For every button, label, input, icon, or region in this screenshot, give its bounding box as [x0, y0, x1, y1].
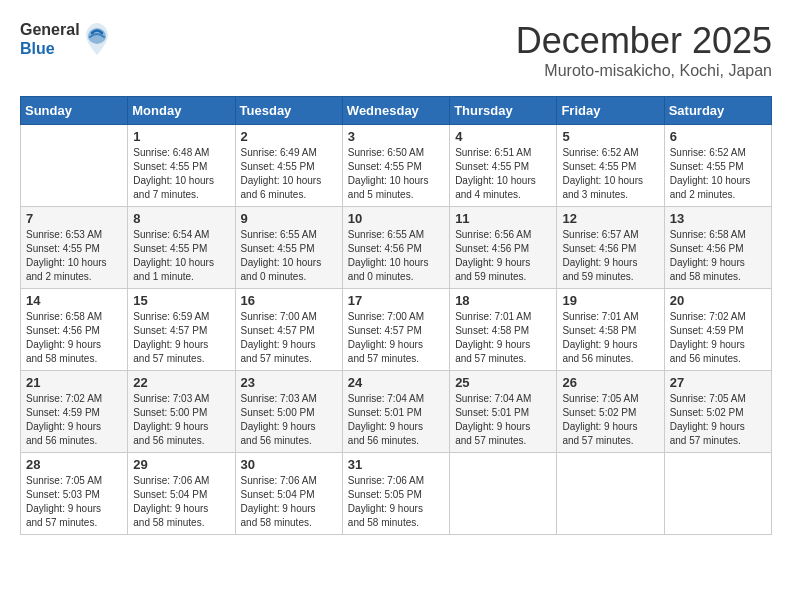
day-number: 29 — [133, 457, 229, 472]
day-info: Sunrise: 7:01 AM Sunset: 4:58 PM Dayligh… — [562, 310, 658, 366]
calendar-cell: 18Sunrise: 7:01 AM Sunset: 4:58 PM Dayli… — [450, 289, 557, 371]
day-number: 26 — [562, 375, 658, 390]
day-info: Sunrise: 6:52 AM Sunset: 4:55 PM Dayligh… — [562, 146, 658, 202]
calendar-week-row: 7Sunrise: 6:53 AM Sunset: 4:55 PM Daylig… — [21, 207, 772, 289]
day-number: 9 — [241, 211, 337, 226]
day-info: Sunrise: 7:06 AM Sunset: 5:05 PM Dayligh… — [348, 474, 444, 530]
day-number: 17 — [348, 293, 444, 308]
day-info: Sunrise: 7:03 AM Sunset: 5:00 PM Dayligh… — [241, 392, 337, 448]
day-number: 25 — [455, 375, 551, 390]
calendar-cell: 31Sunrise: 7:06 AM Sunset: 5:05 PM Dayli… — [342, 453, 449, 535]
day-info: Sunrise: 7:04 AM Sunset: 5:01 PM Dayligh… — [348, 392, 444, 448]
calendar-cell: 25Sunrise: 7:04 AM Sunset: 5:01 PM Dayli… — [450, 371, 557, 453]
day-number: 14 — [26, 293, 122, 308]
calendar-cell: 21Sunrise: 7:02 AM Sunset: 4:59 PM Dayli… — [21, 371, 128, 453]
weekday-header-sunday: Sunday — [21, 97, 128, 125]
day-number: 30 — [241, 457, 337, 472]
calendar-cell: 23Sunrise: 7:03 AM Sunset: 5:00 PM Dayli… — [235, 371, 342, 453]
calendar-cell: 7Sunrise: 6:53 AM Sunset: 4:55 PM Daylig… — [21, 207, 128, 289]
weekday-header-thursday: Thursday — [450, 97, 557, 125]
day-number: 18 — [455, 293, 551, 308]
calendar-cell: 20Sunrise: 7:02 AM Sunset: 4:59 PM Dayli… — [664, 289, 771, 371]
day-info: Sunrise: 7:06 AM Sunset: 5:04 PM Dayligh… — [241, 474, 337, 530]
calendar-cell: 29Sunrise: 7:06 AM Sunset: 5:04 PM Dayli… — [128, 453, 235, 535]
calendar-week-row: 21Sunrise: 7:02 AM Sunset: 4:59 PM Dayli… — [21, 371, 772, 453]
weekday-header-tuesday: Tuesday — [235, 97, 342, 125]
weekday-header-friday: Friday — [557, 97, 664, 125]
day-number: 19 — [562, 293, 658, 308]
day-number: 3 — [348, 129, 444, 144]
day-number: 23 — [241, 375, 337, 390]
day-info: Sunrise: 6:58 AM Sunset: 4:56 PM Dayligh… — [670, 228, 766, 284]
day-number: 12 — [562, 211, 658, 226]
day-info: Sunrise: 7:06 AM Sunset: 5:04 PM Dayligh… — [133, 474, 229, 530]
day-number: 11 — [455, 211, 551, 226]
calendar-cell — [21, 125, 128, 207]
day-info: Sunrise: 7:04 AM Sunset: 5:01 PM Dayligh… — [455, 392, 551, 448]
calendar-cell: 16Sunrise: 7:00 AM Sunset: 4:57 PM Dayli… — [235, 289, 342, 371]
day-number: 7 — [26, 211, 122, 226]
day-info: Sunrise: 6:57 AM Sunset: 4:56 PM Dayligh… — [562, 228, 658, 284]
day-number: 8 — [133, 211, 229, 226]
logo-container: General Blue — [20, 20, 112, 58]
calendar-cell: 11Sunrise: 6:56 AM Sunset: 4:56 PM Dayli… — [450, 207, 557, 289]
day-info: Sunrise: 7:03 AM Sunset: 5:00 PM Dayligh… — [133, 392, 229, 448]
weekday-header-monday: Monday — [128, 97, 235, 125]
calendar-cell: 9Sunrise: 6:55 AM Sunset: 4:55 PM Daylig… — [235, 207, 342, 289]
calendar-table: SundayMondayTuesdayWednesdayThursdayFrid… — [20, 96, 772, 535]
day-number: 15 — [133, 293, 229, 308]
logo-wave-icon — [82, 21, 112, 57]
calendar-cell: 30Sunrise: 7:06 AM Sunset: 5:04 PM Dayli… — [235, 453, 342, 535]
calendar-cell: 14Sunrise: 6:58 AM Sunset: 4:56 PM Dayli… — [21, 289, 128, 371]
logo: General Blue — [20, 20, 112, 58]
day-info: Sunrise: 6:55 AM Sunset: 4:55 PM Dayligh… — [241, 228, 337, 284]
day-number: 16 — [241, 293, 337, 308]
day-number: 6 — [670, 129, 766, 144]
day-info: Sunrise: 6:48 AM Sunset: 4:55 PM Dayligh… — [133, 146, 229, 202]
calendar-cell — [557, 453, 664, 535]
day-info: Sunrise: 7:02 AM Sunset: 4:59 PM Dayligh… — [670, 310, 766, 366]
day-number: 10 — [348, 211, 444, 226]
calendar-cell: 28Sunrise: 7:05 AM Sunset: 5:03 PM Dayli… — [21, 453, 128, 535]
calendar-week-row: 28Sunrise: 7:05 AM Sunset: 5:03 PM Dayli… — [21, 453, 772, 535]
day-number: 27 — [670, 375, 766, 390]
calendar-cell: 8Sunrise: 6:54 AM Sunset: 4:55 PM Daylig… — [128, 207, 235, 289]
day-number: 2 — [241, 129, 337, 144]
day-info: Sunrise: 6:51 AM Sunset: 4:55 PM Dayligh… — [455, 146, 551, 202]
calendar-cell: 2Sunrise: 6:49 AM Sunset: 4:55 PM Daylig… — [235, 125, 342, 207]
day-info: Sunrise: 6:52 AM Sunset: 4:55 PM Dayligh… — [670, 146, 766, 202]
calendar-cell: 3Sunrise: 6:50 AM Sunset: 4:55 PM Daylig… — [342, 125, 449, 207]
day-info: Sunrise: 7:05 AM Sunset: 5:02 PM Dayligh… — [562, 392, 658, 448]
calendar-cell: 6Sunrise: 6:52 AM Sunset: 4:55 PM Daylig… — [664, 125, 771, 207]
weekday-header-saturday: Saturday — [664, 97, 771, 125]
day-info: Sunrise: 6:50 AM Sunset: 4:55 PM Dayligh… — [348, 146, 444, 202]
day-number: 24 — [348, 375, 444, 390]
day-info: Sunrise: 7:02 AM Sunset: 4:59 PM Dayligh… — [26, 392, 122, 448]
calendar-cell — [450, 453, 557, 535]
day-info: Sunrise: 6:56 AM Sunset: 4:56 PM Dayligh… — [455, 228, 551, 284]
day-info: Sunrise: 6:55 AM Sunset: 4:56 PM Dayligh… — [348, 228, 444, 284]
day-info: Sunrise: 6:53 AM Sunset: 4:55 PM Dayligh… — [26, 228, 122, 284]
day-number: 21 — [26, 375, 122, 390]
day-info: Sunrise: 7:01 AM Sunset: 4:58 PM Dayligh… — [455, 310, 551, 366]
day-number: 31 — [348, 457, 444, 472]
calendar-body: 1Sunrise: 6:48 AM Sunset: 4:55 PM Daylig… — [21, 125, 772, 535]
day-number: 20 — [670, 293, 766, 308]
day-info: Sunrise: 6:49 AM Sunset: 4:55 PM Dayligh… — [241, 146, 337, 202]
day-number: 5 — [562, 129, 658, 144]
location-subtitle: Muroto-misakicho, Kochi, Japan — [516, 62, 772, 80]
calendar-cell: 10Sunrise: 6:55 AM Sunset: 4:56 PM Dayli… — [342, 207, 449, 289]
calendar-cell: 22Sunrise: 7:03 AM Sunset: 5:00 PM Dayli… — [128, 371, 235, 453]
day-info: Sunrise: 6:59 AM Sunset: 4:57 PM Dayligh… — [133, 310, 229, 366]
calendar-cell: 19Sunrise: 7:01 AM Sunset: 4:58 PM Dayli… — [557, 289, 664, 371]
day-number: 4 — [455, 129, 551, 144]
day-info: Sunrise: 7:05 AM Sunset: 5:02 PM Dayligh… — [670, 392, 766, 448]
calendar-cell: 17Sunrise: 7:00 AM Sunset: 4:57 PM Dayli… — [342, 289, 449, 371]
day-number: 13 — [670, 211, 766, 226]
weekday-header-wednesday: Wednesday — [342, 97, 449, 125]
calendar-cell: 1Sunrise: 6:48 AM Sunset: 4:55 PM Daylig… — [128, 125, 235, 207]
page-header: General Blue December 2025 Muroto-misaki… — [20, 20, 772, 80]
day-number: 28 — [26, 457, 122, 472]
calendar-cell: 4Sunrise: 6:51 AM Sunset: 4:55 PM Daylig… — [450, 125, 557, 207]
day-info: Sunrise: 7:00 AM Sunset: 4:57 PM Dayligh… — [348, 310, 444, 366]
